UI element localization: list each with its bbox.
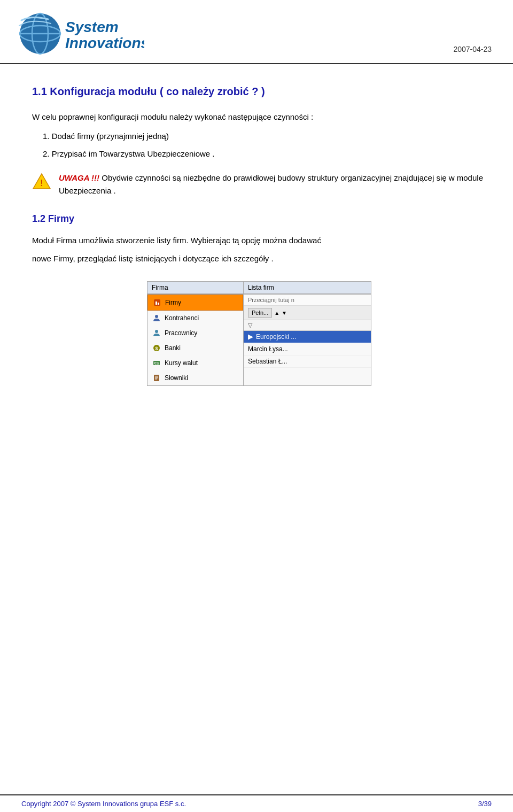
menu-item-banki[interactable]: $ Banki [147, 341, 243, 355]
warning-text-content: UWAGA !!! Obydwie czynności są niezbędne… [59, 172, 486, 197]
svg-text:€$: €$ [154, 361, 159, 366]
list-item-europejscki[interactable]: ▶ Europejscki ... [244, 331, 371, 343]
menu-label-slowniki: Słowniki [165, 374, 188, 382]
svg-point-11 [155, 315, 158, 318]
menu-item-pracownicy[interactable]: Pracownicy [147, 326, 243, 341]
menu-label-kursy: Kursy walut [165, 359, 198, 367]
company-logo: System Innovations [16, 10, 144, 58]
left-nav-panel: Firmy Kontrahenci [147, 295, 244, 385]
list-item-sebastian[interactable]: Sebastian Ł... [244, 355, 371, 368]
right-panel-title: Lista firm [244, 282, 371, 294]
arrow-up-icon: ▲ [274, 310, 279, 316]
step-1-text: 1. Dodać firmy (przynajmniej jedną) [43, 129, 486, 143]
intro-text: W celu poprawnej konfiguracji modułu nal… [32, 111, 486, 123]
svg-rect-9 [156, 301, 157, 305]
filter-bar: ▽ [244, 320, 371, 331]
screenshot-mockup: Firma Lista firm Firmy [147, 281, 371, 386]
left-panel-title: Firma [147, 282, 244, 294]
row-arrow-icon: ▶ [248, 333, 253, 341]
section-1-1-heading: 1.1 Konfiguracja modułu ( co należy zrob… [32, 86, 486, 98]
list-item-label: Europejscki ... [256, 333, 296, 341]
svg-text:$: $ [155, 346, 158, 351]
svg-rect-10 [158, 303, 159, 305]
list-item-label: Sebastian Ł... [248, 358, 287, 365]
kursy-icon: €$ [152, 358, 161, 368]
svg-text:Innovations: Innovations [65, 35, 144, 51]
page-footer: Copyright 2007 © System Innovations grup… [0, 794, 513, 812]
logo-area: System Innovations [16, 10, 144, 58]
menu-label-firmy: Firmy [165, 299, 181, 306]
right-content-panel: Przeciągnij tutaj n Pełn... ▲ ▼ ▽ ▶ Euro… [244, 295, 371, 385]
document-date: 2007-04-23 [453, 45, 492, 58]
full-btn[interactable]: Pełn... [248, 308, 272, 318]
page-header: System Innovations 2007-04-23 [0, 0, 513, 64]
list-item-label: Marcin Łysa... [248, 345, 288, 353]
menu-item-firmy[interactable]: Firmy [147, 295, 243, 311]
list-item-marcin[interactable]: Marcin Łysa... [244, 343, 371, 355]
firmy-icon [152, 298, 162, 307]
warning-body: Obydwie czynności są niezbędne do prawid… [59, 173, 483, 195]
step-2-text: 2. Przypisać im Towarzystwa Ubezpieczeni… [43, 146, 486, 161]
main-content: 1.1 Konfiguracja modułu ( co należy zrob… [0, 64, 513, 407]
filter-icon: ▽ [248, 322, 252, 329]
page-number: 3/39 [478, 800, 492, 808]
section2-body2: nowe Firmy, przeglądać listę istniejącyc… [32, 252, 486, 265]
menu-item-kursy[interactable]: €$ Kursy walut [147, 355, 243, 370]
drag-hint: Przeciągnij tutaj n [244, 295, 371, 306]
uwaga-label: UWAGA !!! [59, 173, 99, 182]
menu-label-pracownicy: Pracownicy [165, 329, 197, 337]
right-toolbar: Pełn... ▲ ▼ [244, 306, 371, 320]
screenshot-body: Firmy Kontrahenci [147, 295, 371, 385]
slowniki-icon [152, 373, 161, 383]
banki-icon: $ [152, 343, 161, 353]
arrow-down-icon: ▼ [282, 310, 287, 316]
svg-point-12 [155, 330, 158, 333]
menu-label-banki: Banki [165, 344, 181, 352]
kontrahenci-icon [152, 313, 161, 323]
svg-text:System: System [65, 19, 119, 35]
menu-label-kontrahenci: Kontrahenci [165, 314, 199, 322]
warning-triangle-icon: ! [32, 173, 51, 192]
section2-body1: Moduł Firma umożliwia stworzenie listy f… [32, 234, 486, 247]
section-1-2-heading: 1.2 Firmy [32, 213, 486, 225]
pracownicy-icon [152, 328, 161, 338]
menu-item-kontrahenci[interactable]: Kontrahenci [147, 311, 243, 326]
warning-block: ! UWAGA !!! Obydwie czynności są niezbęd… [32, 172, 486, 197]
menu-item-slowniki[interactable]: Słowniki [147, 370, 243, 385]
copyright-text: Copyright 2007 © System Innovations grup… [21, 800, 186, 808]
svg-text:!: ! [40, 179, 43, 188]
